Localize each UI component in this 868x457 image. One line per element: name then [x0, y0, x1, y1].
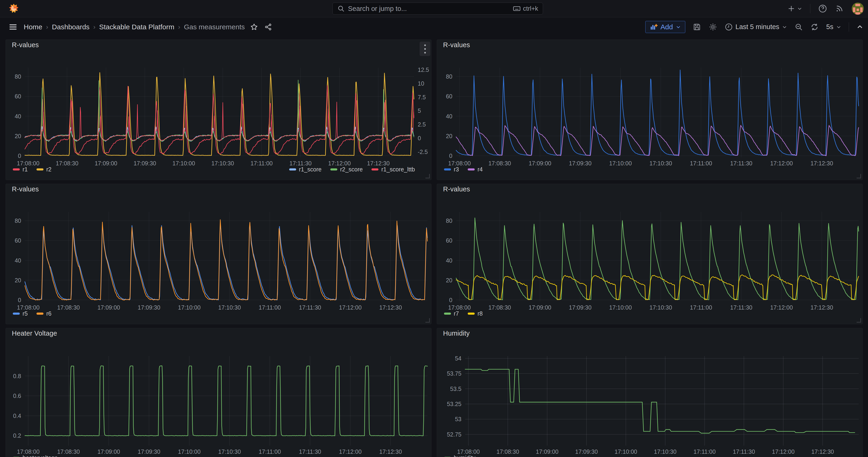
svg-text:17:09:00: 17:09:00	[529, 160, 551, 166]
svg-text:-2.5: -2.5	[418, 149, 428, 155]
svg-text:17:08:00: 17:08:00	[17, 160, 39, 166]
svg-text:17:10:00: 17:10:00	[609, 160, 632, 166]
refresh-interval-picker[interactable]: 5s	[826, 23, 841, 31]
news-rss-icon[interactable]	[835, 4, 844, 13]
timeseries-chart[interactable]: 0.20.40.60.817:08:0017:08:3017:09:0017:0…	[6, 328, 432, 457]
legend-label: humidity	[454, 454, 475, 457]
legend-group-left: r3r4	[444, 166, 483, 173]
legend-item-humidity[interactable]: humidity	[444, 454, 475, 457]
breadcrumb-separator: ›	[93, 23, 95, 31]
refresh-interval-label: 5s	[826, 23, 833, 31]
svg-text:17:11:00: 17:11:00	[690, 304, 712, 311]
svg-text:17:09:30: 17:09:30	[133, 160, 156, 166]
svg-text:17:12:30: 17:12:30	[379, 448, 402, 455]
timeseries-chart[interactable]: 02040608017:08:0017:08:3017:09:0017:09:3…	[6, 184, 432, 325]
svg-text:17:08:00: 17:08:00	[17, 448, 39, 455]
panel-resize-handle[interactable]	[425, 318, 430, 323]
time-range-picker[interactable]: Last 5 minutes	[725, 23, 787, 31]
legend-item-r7[interactable]: r7	[444, 310, 459, 317]
legend-swatch	[444, 169, 451, 171]
svg-text:17:10:00: 17:10:00	[609, 304, 632, 311]
legend-swatch	[371, 169, 378, 171]
svg-text:17:08:30: 17:08:30	[57, 304, 80, 311]
legend-item-r6[interactable]: r6	[36, 310, 51, 317]
legend-swatch	[468, 312, 475, 315]
svg-text:17:11:00: 17:11:00	[251, 160, 273, 166]
breadcrumb-current: Gas measurements	[184, 23, 245, 31]
save-dashboard-icon[interactable]	[693, 23, 701, 31]
search-icon	[337, 5, 345, 12]
svg-text:0.4: 0.4	[13, 413, 21, 419]
add-button[interactable]: Add	[645, 21, 685, 33]
refresh-icon[interactable]	[810, 23, 819, 31]
timeseries-chart[interactable]: 52.755353.2553.553.755417:08:0017:08:301…	[437, 328, 863, 457]
legend-item-r1_score[interactable]: r1_score	[289, 166, 321, 173]
legend: r5r6	[13, 310, 424, 317]
legend-item-r5[interactable]: r5	[13, 310, 28, 317]
svg-text:40: 40	[446, 257, 453, 264]
legend-item-r2[interactable]: r2	[36, 166, 51, 173]
legend-label: r6	[46, 310, 51, 317]
svg-text:53.25: 53.25	[447, 401, 461, 407]
breadcrumb-folder[interactable]: Stackable Data Platform	[99, 23, 174, 31]
search-input[interactable]: Search or jump to... ctrl+k	[333, 3, 543, 14]
legend-item-r3[interactable]: r3	[444, 166, 459, 173]
legend: r7r8	[444, 310, 856, 317]
timeseries-chart[interactable]: 02040608017:08:0017:08:3017:09:0017:09:3…	[437, 40, 863, 180]
svg-text:40: 40	[14, 113, 21, 120]
panel-r-values-3: R-values 02040608017:08:0017:08:3017:09:…	[6, 184, 431, 324]
new-plus-dropdown[interactable]	[787, 5, 802, 12]
svg-text:17:10:30: 17:10:30	[211, 160, 234, 166]
svg-text:20: 20	[446, 277, 453, 283]
grafana-logo[interactable]	[8, 3, 19, 14]
svg-text:17:12:30: 17:12:30	[811, 448, 834, 455]
svg-text:17:12:00: 17:12:00	[772, 448, 795, 455]
svg-text:17:12:30: 17:12:30	[811, 304, 833, 311]
legend-item-r4[interactable]: r4	[468, 166, 483, 173]
legend-item-r2_score[interactable]: r2_score	[330, 166, 363, 173]
menu-toggle-icon[interactable]	[8, 22, 18, 32]
timeseries-chart[interactable]: 020406080-2.502.557.51012.517:08:0017:08…	[6, 40, 432, 180]
legend-label: r2_score	[340, 166, 363, 173]
svg-text:17:10:30: 17:10:30	[654, 448, 677, 455]
dashboard-settings-icon[interactable]	[709, 23, 717, 31]
svg-text:54: 54	[455, 355, 461, 362]
svg-text:60: 60	[446, 93, 453, 99]
legend-item-r1_score_lttb[interactable]: r1_score_lttb	[371, 166, 415, 173]
svg-text:10: 10	[418, 80, 424, 87]
collapse-kiosk-icon[interactable]	[857, 24, 863, 30]
legend: humidity	[444, 454, 856, 457]
breadcrumb-separator: ›	[46, 23, 48, 31]
breadcrumb-home[interactable]: Home	[24, 23, 42, 31]
plus-icon	[787, 5, 795, 12]
share-icon[interactable]	[264, 23, 272, 31]
svg-text:17:09:30: 17:09:30	[137, 448, 160, 455]
svg-text:20: 20	[14, 133, 21, 139]
legend-swatch	[13, 312, 20, 315]
svg-text:17:09:00: 17:09:00	[536, 448, 558, 455]
legend-group-left: r7r8	[444, 310, 483, 317]
panel-resize-handle[interactable]	[857, 174, 861, 178]
search-shortcut: ctrl+k	[523, 5, 538, 12]
breadcrumb-dashboards[interactable]: Dashboards	[52, 23, 90, 31]
legend-item-heatervoltage[interactable]: heatervoltage	[13, 454, 58, 457]
svg-text:7.5: 7.5	[418, 94, 426, 100]
svg-text:0: 0	[449, 153, 453, 159]
svg-text:17:10:00: 17:10:00	[173, 160, 195, 166]
avatar[interactable]	[852, 3, 864, 14]
panel-resize-handle[interactable]	[425, 174, 430, 178]
panel-resize-handle[interactable]	[857, 318, 861, 323]
help-icon[interactable]	[818, 4, 827, 13]
zoom-out-icon[interactable]	[795, 23, 803, 31]
svg-text:17:09:30: 17:09:30	[575, 448, 598, 455]
svg-text:17:10:30: 17:10:30	[650, 304, 672, 311]
legend-item-r8[interactable]: r8	[468, 310, 483, 317]
svg-text:17:12:30: 17:12:30	[811, 160, 833, 166]
legend-item-r1[interactable]: r1	[13, 166, 28, 173]
favorite-star-icon[interactable]	[250, 23, 258, 31]
svg-text:80: 80	[446, 73, 453, 80]
svg-text:60: 60	[446, 237, 453, 244]
legend-group-left: heatervoltage	[13, 454, 58, 457]
timeseries-chart[interactable]: 02040608017:08:0017:08:3017:09:0017:09:3…	[437, 184, 863, 325]
svg-text:0: 0	[449, 297, 453, 303]
